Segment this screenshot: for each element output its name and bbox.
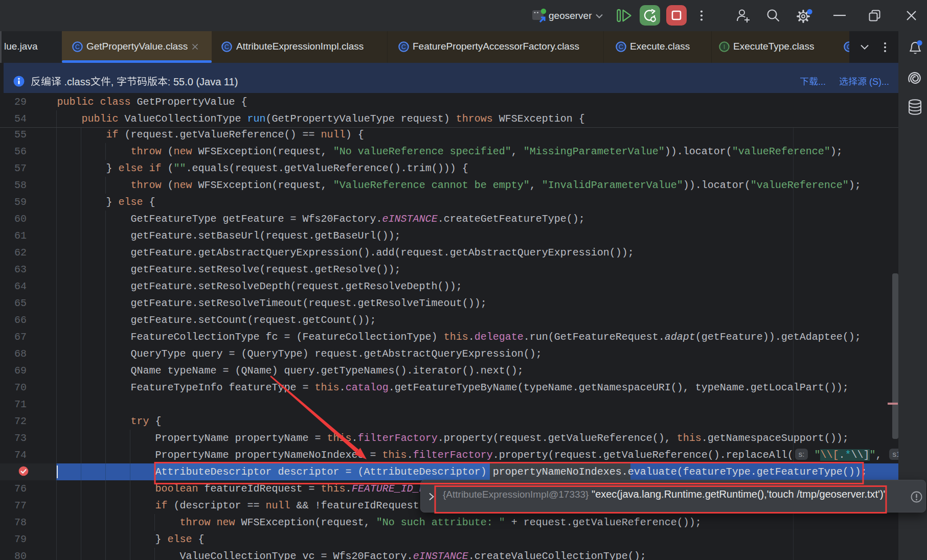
- svg-text:C: C: [619, 43, 623, 51]
- svg-text:C: C: [224, 43, 229, 51]
- svg-text:C: C: [401, 43, 406, 51]
- svg-text:I: I: [723, 43, 725, 51]
- svg-text:C: C: [75, 43, 80, 51]
